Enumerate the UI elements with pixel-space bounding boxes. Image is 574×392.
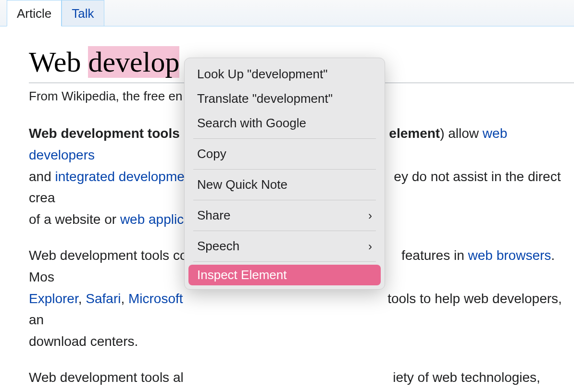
bold-text: element <box>389 126 440 141</box>
selected-text[interactable]: develop <box>88 46 179 78</box>
chevron-right-icon: › <box>368 240 372 253</box>
link-safari[interactable]: Safari <box>86 291 121 306</box>
menu-separator <box>193 169 376 170</box>
menu-new-quick-note[interactable]: New Quick Note <box>185 172 385 197</box>
menu-look-up[interactable]: Look Up "development" <box>185 62 385 86</box>
link-web-application[interactable]: web applic <box>120 212 184 227</box>
context-menu: Look Up "development" Translate "develop… <box>184 58 385 290</box>
menu-separator <box>193 200 376 200</box>
menu-separator <box>193 261 376 262</box>
tab-article[interactable]: Article <box>7 0 62 26</box>
page-tabs: Article Talk <box>0 0 574 26</box>
link-integrated-development[interactable]: integrated developme <box>55 169 185 184</box>
menu-speech[interactable]: Speech› <box>185 234 385 258</box>
bold-text: Web development tools <box>29 126 180 141</box>
paragraph-3: Web development tools al iety of web tec… <box>29 367 574 392</box>
menu-separator <box>193 138 376 139</box>
link-microsoft[interactable]: Microsoft <box>128 291 183 306</box>
tab-talk[interactable]: Talk <box>62 0 104 26</box>
chevron-right-icon: › <box>368 209 372 222</box>
link-explorer[interactable]: Explorer <box>29 291 78 306</box>
menu-separator <box>193 231 376 231</box>
menu-inspect-element[interactable]: Inspect Element <box>188 265 381 285</box>
menu-share[interactable]: Share› <box>185 203 385 228</box>
link-web-browsers[interactable]: web browsers <box>468 248 551 263</box>
menu-search-google[interactable]: Search with Google <box>185 111 385 135</box>
menu-copy[interactable]: Copy <box>185 142 385 166</box>
menu-translate[interactable]: Translate "development" <box>185 86 385 111</box>
